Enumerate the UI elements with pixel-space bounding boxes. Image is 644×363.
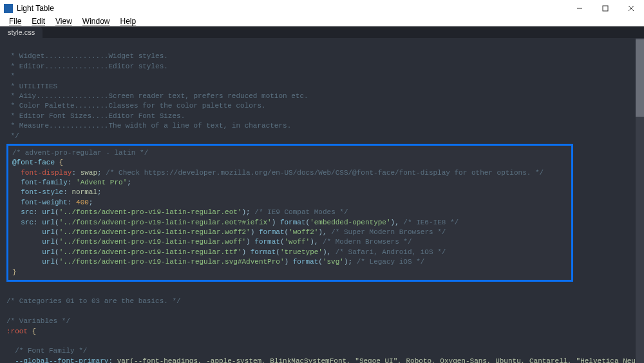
window-title: Light Table: [17, 4, 54, 13]
app-icon: [4, 4, 13, 13]
titlebar: Light Table: [0, 0, 644, 17]
code-token: font-display: [21, 169, 71, 177]
window-controls: [567, 0, 644, 17]
code-line: /* advent-pro-regular - latin */: [12, 149, 148, 157]
menu-view[interactable]: View: [50, 17, 77, 26]
maximize-icon: [602, 5, 609, 12]
code-editor[interactable]: * Widget...............Widget styles. * …: [0, 38, 636, 363]
code-token: @font-face: [12, 159, 55, 166]
vertical-scrollbar[interactable]: [636, 38, 644, 363]
code-line: /* Categories 01 to 03 are the basics. *…: [6, 297, 181, 305]
scrollbar-thumb[interactable]: [636, 39, 644, 117]
menu-help[interactable]: Help: [115, 17, 142, 26]
code-line: * Color Palette........Classes for the c…: [6, 102, 266, 110]
menu-edit[interactable]: Edit: [26, 17, 50, 26]
menu-file[interactable]: File: [4, 17, 26, 26]
menu-window[interactable]: Window: [77, 17, 115, 26]
code-line: */: [6, 132, 19, 140]
minimize-icon: [576, 5, 583, 12]
close-icon: [628, 5, 634, 12]
tab-style-css[interactable]: style.css: [0, 26, 43, 38]
code-line: * A11y.................Screen reader tex…: [6, 92, 308, 100]
maximize-button[interactable]: [592, 0, 618, 17]
code-line: * Editor...............Editor styles.: [6, 63, 168, 70]
svg-rect-1: [603, 6, 608, 11]
code-line: * Measure..............The width of a li…: [6, 122, 291, 130]
code-line: * Widget...............Widget styles.: [6, 52, 168, 60]
tabbar: style.css: [0, 26, 644, 38]
code-line: *: [6, 72, 15, 80]
code-line: /* Variables */: [6, 317, 70, 325]
highlighted-block: /* advent-pro-regular - latin */ @font-f…: [6, 144, 573, 282]
menubar: File Edit View Window Help: [0, 17, 644, 26]
close-button[interactable]: [618, 0, 644, 17]
minimize-button[interactable]: [567, 0, 592, 17]
code-line: * Editor Font Sizes....Editor Font Sizes…: [6, 112, 185, 120]
code-line: * UTILITIES: [6, 83, 57, 90]
